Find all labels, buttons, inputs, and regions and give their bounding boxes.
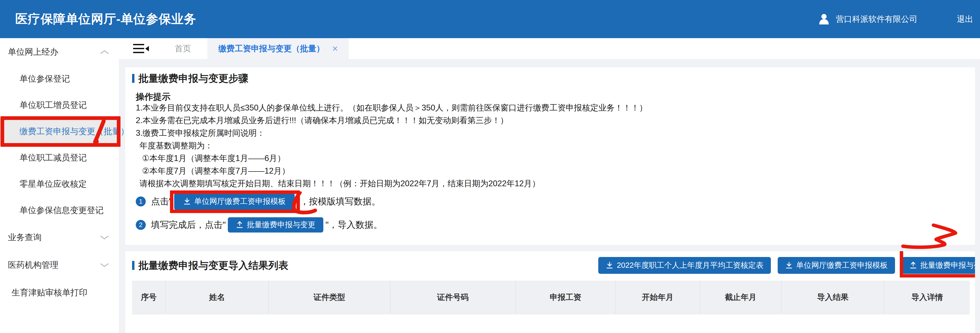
step-1-post-text: "，按模版填写数据。 [297, 196, 380, 207]
sidebar: 单位网上经办 单位参保登记 单位职工增员登记 缴费工资申报与变更（批量） 单位职… [0, 38, 119, 333]
download-template-button-secondary[interactable]: 单位网厅缴费工资申报模板 [778, 257, 895, 274]
tip-line: 1.本业务目前仅支持在职人员≤350人的参保单位线上进行。（如在职参保人员＞35… [136, 102, 967, 114]
user-menu[interactable]: 营口科派软件有限公司 [818, 13, 917, 25]
batch-upload-button-label: 批量缴费申报与变更 [247, 220, 315, 230]
logout-button[interactable]: 退出 [957, 14, 973, 25]
sidebar-item-wage-declare-batch[interactable]: 缴费工资申报与变更（批量） [0, 118, 119, 145]
sidebar-group-unit-online-services[interactable]: 单位网上经办 [0, 38, 119, 66]
result-panel: 批量缴费申报与变更导入结果列表 2022年度职工个人上年度月平均工资核定表 [125, 251, 975, 333]
sidebar-item-employee-remove[interactable]: 单位职工减员登记 [0, 145, 119, 171]
header-right: 营口科派软件有限公司 退出 [818, 13, 973, 25]
button-label: 2022年度职工个人上年度月平均工资核定表 [617, 260, 764, 271]
app-root: 医疗保障单位网厅-单位参保业务 营口科派软件有限公司 退出 单位网上经办 单位参… [0, 0, 980, 333]
sidebar-group-label: 医药机构管理 [8, 259, 59, 271]
download-icon [183, 198, 191, 206]
download-template-button[interactable]: 单位网厅缴费工资申报模板 [174, 193, 295, 210]
table-header-row: 序号 姓名 证件类型 证件号码 申报工资 开始年月 截止年月 导入结果 导入详情 [132, 280, 970, 314]
tip-line: 3.缴费工资申报核定所属时间说明： [136, 127, 967, 139]
sidebar-item-label: 缴费工资申报与变更（批量） [19, 126, 129, 137]
tip-line: 2.本业务需在已完成本月增减员业务后进行!!!（请确保本月增减员已完成！！！如无… [136, 114, 967, 127]
sidebar-group-label: 业务查询 [8, 232, 41, 243]
sidebar-item-employee-add[interactable]: 单位职工增员登记 [0, 92, 119, 118]
tips-title: 操作提示 [136, 91, 967, 102]
steps-panel-title-row: 批量缴费申报与变更步骤 [132, 73, 967, 84]
step-1-row: 1 点击" 单位网厅缴费工资申报模板 [136, 191, 967, 212]
download-icon [606, 261, 614, 269]
sidebar-item-label: 单位参保信息变更登记 [19, 205, 103, 216]
operation-tips: 操作提示 1.本业务目前仅支持在职人员≤350人的参保单位线上进行。（如在职参保… [136, 91, 967, 190]
result-panel-title: 批量缴费申报与变更导入结果列表 [138, 259, 288, 272]
chevron-up-icon [100, 47, 109, 57]
step-2-row: 2 填写完成后，点击" 批量缴费申报与变更 "，导入数据。 [136, 217, 967, 233]
section-accent-bar [132, 261, 134, 270]
download-icon [785, 261, 793, 269]
steps-panel-title: 批量缴费申报与变更步骤 [138, 72, 248, 85]
sidebar-item-label: 单位参保登记 [19, 73, 70, 85]
table-header-cell: 证件号码 [390, 280, 516, 314]
result-panel-actions: 2022年度职工个人上年度月平均工资核定表 单位网厅缴费工资申报模板 [598, 257, 975, 274]
steps-panel: 批量缴费申报与变更步骤 操作提示 1.本业务目前仅支持在职人员≤350人的参保单… [125, 67, 975, 245]
sidebar-item-label: 单位职工增员登记 [19, 99, 87, 111]
table-header-cell: 申报工资 [515, 280, 616, 314]
chevron-down-icon [100, 260, 109, 270]
sidebar-group-business-query[interactable]: 业务查询 [0, 223, 119, 251]
tip-line: ②本年度7月（调整本年度7月——12月） [136, 165, 967, 177]
sidebar-item-label: 单位职工减员登记 [19, 152, 87, 164]
download-2022-wage-table-button[interactable]: 2022年度职工个人上年度月平均工资核定表 [598, 257, 771, 274]
tip-line: 请根据本次调整期填写核定开始日期、结束日期！！！（例：开始日期为2022年7月，… [136, 177, 967, 190]
table-header-cell: 姓名 [165, 280, 269, 314]
batch-upload-button-secondary[interactable]: 批量缴费申报与变更 [902, 257, 975, 274]
tip-line: ①本年度1月（调整本年度1月——6月） [136, 152, 967, 165]
close-icon[interactable]: × [332, 44, 338, 53]
collapse-menu-icon[interactable] [133, 43, 149, 54]
table-header-cell: 证件类型 [269, 280, 390, 314]
button-label: 单位网厅缴费工资申报模板 [796, 260, 888, 271]
step-2-pre-text: 填写完成后，点击" [151, 219, 226, 231]
result-panel-header: 批量缴费申报与变更导入结果列表 2022年度职工个人上年度月平均工资核定表 [132, 257, 970, 274]
chevron-down-icon [100, 233, 109, 242]
button-label: 批量缴费申报与变更 [920, 260, 975, 271]
step-2-badge: 2 [136, 220, 146, 230]
app-header: 医疗保障单位网厅-单位参保业务 营口科派软件有限公司 退出 [0, 0, 980, 38]
sidebar-item-label: 生育津贴审核单打印 [11, 287, 88, 298]
sidebar-group-medical-org-mgmt[interactable]: 医药机构管理 [0, 251, 119, 279]
upload-icon [236, 221, 243, 229]
tab-bar: 首页 缴费工资申报与变更（批量） × [119, 38, 980, 59]
table-header-cell: 导入详情 [884, 280, 970, 314]
tab-wage-declare-batch[interactable]: 缴费工资申报与变更（批量） × [207, 38, 349, 59]
sidebar-item-label: 零星单位应收核定 [19, 178, 87, 190]
upload-icon [909, 261, 917, 269]
table-header-cell: 序号 [132, 280, 165, 314]
main-layout: 单位网上经办 单位参保登记 单位职工增员登记 缴费工资申报与变更（批量） 单位职… [0, 38, 980, 333]
sidebar-group-label: 单位网上经办 [8, 46, 59, 58]
table-header-cell: 截止年月 [700, 280, 781, 314]
download-template-button-label: 单位网厅缴费工资申报模板 [194, 196, 286, 207]
sidebar-item-maternity-allowance-print[interactable]: 生育津贴审核单打印 [0, 279, 119, 306]
content-area: 批量缴费申报与变更步骤 操作提示 1.本业务目前仅支持在职人员≤350人的参保单… [119, 59, 980, 333]
step-1-pre-text: 点击" [151, 196, 172, 207]
sidebar-item-unit-info-change[interactable]: 单位参保信息变更登记 [0, 197, 119, 223]
user-icon [818, 13, 829, 25]
main-area: 首页 缴费工资申报与变更（批量） × 批量缴费申报与变更步骤 操作提示 1.本业… [119, 38, 980, 333]
tab-home[interactable]: 首页 [175, 43, 191, 54]
section-accent-bar [132, 74, 134, 83]
sidebar-item-unit-registration[interactable]: 单位参保登记 [0, 66, 119, 92]
active-tab-label: 缴费工资申报与变更（批量） [218, 43, 325, 54]
company-name: 营口科派软件有限公司 [836, 14, 917, 25]
result-table: 序号 姓名 证件类型 证件号码 申报工资 开始年月 截止年月 导入结果 导入详情 [132, 280, 970, 314]
tip-line: 年度基数调整期为： [136, 139, 967, 152]
result-panel-title-row: 批量缴费申报与变更导入结果列表 [132, 260, 288, 271]
app-title: 医疗保障单位网厅-单位参保业务 [15, 11, 197, 27]
sidebar-item-sporadic-receivable[interactable]: 零星单位应收核定 [0, 171, 119, 197]
table-header-cell: 开始年月 [616, 280, 700, 314]
step-1-badge: 1 [136, 196, 146, 207]
table-header-cell: 导入结果 [781, 280, 885, 314]
step-2-post-text: "，导入数据。 [325, 219, 382, 231]
batch-upload-button[interactable]: 批量缴费申报与变更 [228, 217, 323, 233]
